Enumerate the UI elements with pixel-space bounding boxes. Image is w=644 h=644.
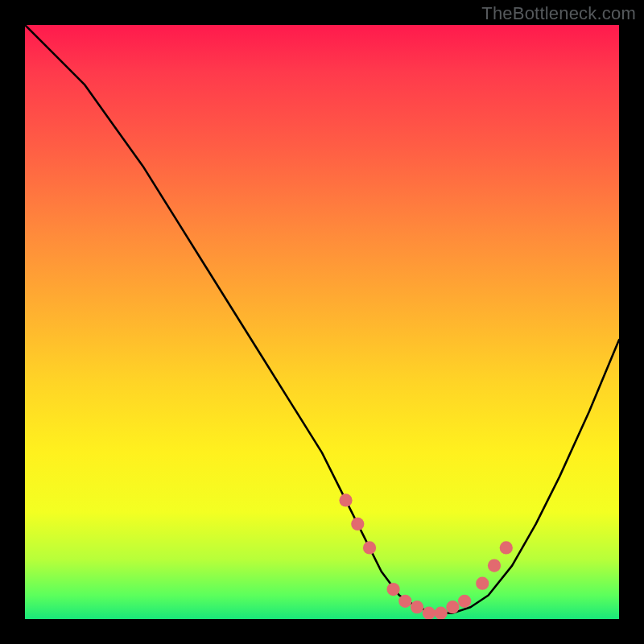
marker-dot [488, 559, 501, 572]
marker-dot [363, 541, 376, 554]
watermark-text: TheBottleneck.com [481, 3, 636, 24]
chart-frame: TheBottleneck.com [0, 0, 644, 644]
marker-dot [351, 518, 364, 530]
marker-dot [339, 493, 352, 506]
marker-dot [423, 607, 436, 619]
marker-group [339, 493, 512, 619]
marker-dot [446, 601, 459, 613]
plot-area [25, 25, 619, 619]
marker-dot [386, 583, 399, 596]
bottleneck-curve-path [25, 25, 619, 613]
marker-dot [500, 541, 513, 554]
marker-dot [434, 607, 447, 619]
marker-dot [411, 601, 423, 613]
marker-dot [398, 595, 411, 608]
marker-dot [458, 595, 471, 608]
marker-dot [476, 577, 489, 590]
curve-svg [25, 25, 619, 619]
